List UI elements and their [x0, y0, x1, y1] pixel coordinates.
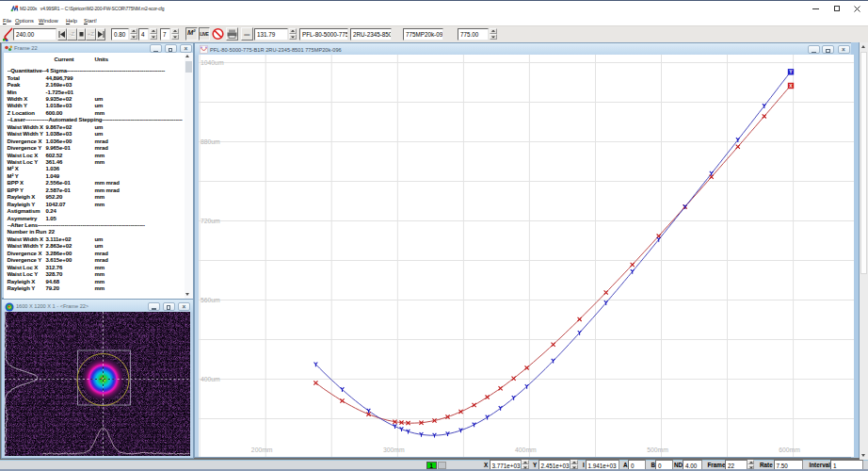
svg-text:400um: 400um: [201, 375, 220, 382]
svg-text:1040um: 1040um: [201, 58, 224, 65]
svg-text:200mm: 200mm: [250, 446, 272, 452]
svg-text:400mm: 400mm: [515, 446, 537, 452]
svg-text:880um: 880um: [201, 138, 220, 144]
svg-text:300mm: 300mm: [382, 446, 404, 452]
svg-text:600mm: 600mm: [779, 446, 800, 452]
svg-text:720um: 720um: [201, 217, 220, 223]
svg-text:500mm: 500mm: [647, 446, 668, 452]
svg-text:560um: 560um: [201, 296, 220, 302]
